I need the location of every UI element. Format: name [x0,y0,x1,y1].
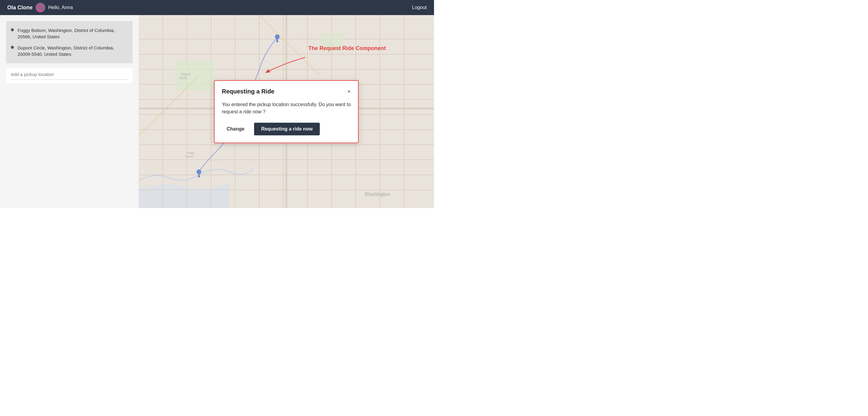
modal-actions: Change Requesting a ride now [222,123,351,135]
location-dot-1 [11,28,14,31]
modal-close-button[interactable]: × [347,88,351,94]
svg-point-1 [38,4,42,8]
change-button[interactable]: Change [222,124,249,134]
location-item-1: Foggy Bottom, Washington, District of Co… [11,27,128,40]
location-dot-2 [11,46,14,49]
pickup-input[interactable] [11,72,128,80]
pickup-input-container [6,68,133,83]
annotation-arrow-svg [260,54,308,78]
request-ride-button[interactable]: Requesting a ride now [254,123,320,135]
modal-title: Requesting a Ride [222,88,274,95]
modal-overlay: Requesting a Ride × You entered the pick… [138,15,434,208]
sidebar: Foggy Bottom, Washington, District of Co… [0,15,138,208]
app-name: Ola Clone [7,4,33,11]
modal-body: You entered the pickup location successf… [222,101,351,115]
logout-button[interactable]: Logout [412,5,427,10]
user-greeting: Hello, Anna [48,5,73,10]
annotation-label: The Request Ride Component [308,45,386,52]
main-container: Foggy Bottom, Washington, District of Co… [0,15,434,208]
navbar: Ola Clone Hello, Anna Logout [0,0,434,15]
modal-header: Requesting a Ride × [222,88,351,95]
request-ride-modal: Requesting a Ride × You entered the pick… [214,80,359,143]
location-item-2: Dupont Circle, Washington, District of C… [11,44,128,57]
location-text-2: Dupont Circle, Washington, District of C… [18,44,128,57]
avatar [36,3,45,12]
map-container: Dupont Circle Foggy Bottom Washington Re… [138,15,434,208]
location-text-1: Foggy Bottom, Washington, District of Co… [18,27,128,40]
locations-card: Foggy Bottom, Washington, District of Co… [6,21,133,63]
brand: Ola Clone Hello, Anna [7,3,73,12]
